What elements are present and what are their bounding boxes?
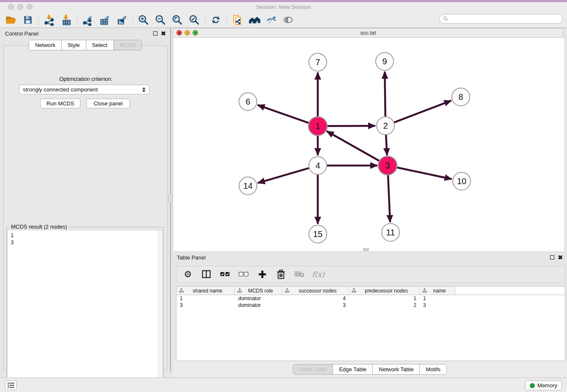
tab-node-table[interactable]: Node Table	[293, 364, 333, 374]
tab-style[interactable]: Style	[61, 40, 86, 50]
close-panel-icon[interactable]: ✖	[558, 254, 563, 261]
network-minimize-button[interactable]: −	[184, 30, 190, 36]
zoom-in-button[interactable]	[135, 13, 152, 27]
search-icon	[443, 16, 449, 22]
column-header-shared-name[interactable]: shared name	[176, 287, 235, 295]
table-cell[interactable]: 3	[420, 302, 455, 309]
tab-network-table[interactable]: Network Table	[372, 364, 419, 374]
function-builder-button[interactable]: f(x)	[312, 268, 325, 281]
table-cell[interactable]: 1	[349, 295, 420, 302]
graph-edge-1-2[interactable]	[327, 126, 375, 126]
hide-selected-button[interactable]	[280, 13, 297, 27]
column-header-name[interactable]: name	[420, 287, 455, 295]
table-cell[interactable]: 1	[420, 295, 455, 302]
search-input[interactable]	[449, 15, 562, 23]
zoom-out-icon	[154, 14, 166, 26]
select-stepper-icon	[142, 87, 146, 92]
graph-edge-3-11[interactable]	[388, 175, 390, 222]
graph-edge-3-1[interactable]	[327, 131, 380, 161]
node-table[interactable]: shared nameMCDS rolesuccessor nodesprede…	[176, 286, 565, 361]
column-header-predecessor-nodes[interactable]: predecessor nodes	[349, 287, 420, 295]
network-canvas[interactable]: 7968124314101511	[173, 38, 564, 251]
tab-edge-table[interactable]: Edge Table	[333, 364, 372, 374]
close-panel-icon[interactable]: ✖	[161, 30, 166, 37]
network-close-button[interactable]: ✕	[176, 30, 182, 36]
zoom-fit-button[interactable]	[169, 13, 186, 27]
memory-button[interactable]: Memory	[525, 381, 562, 390]
graph-edge-2-3[interactable]	[386, 135, 387, 155]
table-cell[interactable]: dominator	[235, 302, 282, 309]
show-all-columns-button[interactable]	[219, 268, 231, 281]
zoom-selected-button[interactable]	[186, 13, 203, 27]
duplicate-network-button[interactable]	[229, 13, 246, 27]
tab-select[interactable]: Select	[86, 40, 113, 50]
toolbar-separator	[132, 14, 133, 25]
table-settings-button[interactable]: ⚙	[182, 268, 194, 281]
delete-table-button[interactable]	[293, 268, 306, 281]
table-cell[interactable]: 4	[282, 295, 349, 302]
refresh-network-button[interactable]	[207, 13, 224, 27]
column-header-MCDS-role[interactable]: MCDS role	[235, 287, 282, 295]
app-window: Session: New Session	[0, 0, 567, 392]
graph-edge-3-10[interactable]	[397, 168, 452, 179]
table-cell[interactable]: 3	[282, 302, 349, 309]
gear-icon: ⚙	[184, 269, 192, 279]
export-network-button[interactable]	[80, 13, 96, 27]
control-panel-title: Control Panel	[5, 30, 149, 37]
home-button[interactable]	[246, 13, 263, 27]
delete-column-button[interactable]	[275, 268, 287, 281]
result-scrollbar[interactable]	[158, 230, 162, 385]
window-controls	[8, 4, 33, 10]
graph-edge-2-8[interactable]	[394, 101, 451, 123]
panel-divider-grip[interactable]	[168, 194, 172, 203]
delete-table-icon	[294, 270, 305, 279]
open-session-button[interactable]	[3, 13, 19, 27]
close-panel-button[interactable]: Close panel	[86, 99, 130, 108]
close-window-button[interactable]	[8, 4, 14, 10]
float-panel-icon[interactable]	[550, 255, 554, 259]
network-zoom-button[interactable]: +	[193, 30, 198, 36]
toolbar-separator	[39, 14, 39, 25]
network-resize-grip[interactable]	[363, 248, 369, 251]
export-table-button[interactable]	[96, 13, 113, 27]
zoom-out-button[interactable]	[152, 13, 169, 27]
table-cell[interactable]: 3	[176, 302, 235, 309]
fx-icon: f(x)	[312, 270, 324, 279]
add-column-button[interactable]	[256, 268, 269, 281]
tab-mcds[interactable]: MCDS	[113, 40, 142, 50]
save-session-button[interactable]	[19, 13, 36, 27]
table-row[interactable]: 1dominator411	[176, 295, 565, 302]
import-table-button[interactable]	[58, 13, 75, 27]
maximize-window-button[interactable]	[27, 4, 33, 10]
apply-style-button[interactable]	[263, 13, 280, 27]
table-panel-title: Table Panel	[177, 254, 546, 261]
tab-motifs[interactable]: Motifs	[419, 364, 446, 374]
table-cell[interactable]: dominator	[235, 295, 282, 302]
toolbar-separator	[77, 14, 77, 25]
app-titlebar: Session: New Session	[0, 2, 567, 12]
graph-edge-2-9[interactable]	[385, 72, 385, 116]
import-network-button[interactable]	[41, 13, 58, 27]
split-columns-button[interactable]	[200, 268, 213, 281]
minimize-window-button[interactable]	[17, 4, 23, 10]
task-history-button[interactable]	[5, 381, 17, 390]
float-panel-icon[interactable]	[153, 31, 157, 36]
table-cell[interactable]: 1	[176, 295, 235, 302]
export-image-button[interactable]	[113, 13, 130, 27]
criterion-select[interactable]: strongly connected component	[19, 85, 149, 94]
main-toolbar	[0, 12, 567, 28]
graph-node-label-2: 2	[383, 121, 388, 130]
zoom-selected-icon	[188, 14, 200, 26]
graph-edge-1-6[interactable]	[258, 105, 309, 123]
tab-network[interactable]: Network	[29, 40, 61, 50]
table-cell[interactable]: 2	[349, 302, 420, 309]
run-mcds-button[interactable]: Run MCDS	[40, 99, 80, 108]
table-row[interactable]: 3dominator323	[176, 302, 565, 309]
network-search	[439, 14, 563, 24]
column-header-successor-nodes[interactable]: successor nodes	[282, 287, 349, 295]
import-network-icon	[44, 14, 55, 26]
hide-all-columns-button[interactable]	[237, 268, 250, 281]
mcds-result-area[interactable]: 1 3	[7, 230, 163, 385]
zoom-in-icon	[138, 14, 149, 26]
graph-edge-4-14[interactable]	[258, 168, 309, 183]
